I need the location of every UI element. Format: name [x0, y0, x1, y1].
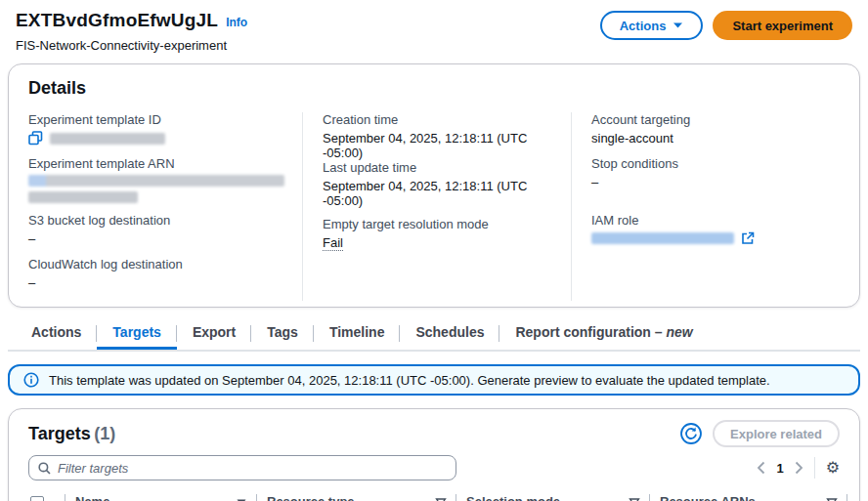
field-label: Experiment template ID [28, 112, 284, 127]
column-header-selection-mode[interactable]: Selection mode [456, 488, 650, 501]
pagination-next-icon[interactable] [795, 461, 803, 475]
page-title: EXTBvdGfmoEfwUgJL [16, 10, 218, 31]
field-creation-time: Creation time September 04, 2025, 12:18:… [323, 112, 553, 160]
redacted-iam-role-link[interactable] [591, 232, 734, 244]
field-value: single-account [591, 131, 822, 146]
filter-targets-input[interactable] [58, 461, 447, 476]
field-account-targeting: Account targeting single-account [591, 112, 822, 156]
tab-tags[interactable]: Tags [251, 317, 314, 350]
field-label: CloudWatch log destination [28, 257, 284, 271]
sort-desc-icon[interactable] [236, 497, 247, 501]
field-value: – [28, 275, 284, 290]
tab-schedules[interactable]: Schedules [400, 317, 499, 350]
select-all-header[interactable] [21, 488, 65, 501]
external-link-icon[interactable] [741, 231, 755, 245]
field-label: Empty target resolution mode [323, 217, 553, 231]
actions-button[interactable]: Actions [600, 11, 704, 40]
template-name-subtitle: FIS-Network-Connectivity-experiment [16, 38, 247, 53]
start-experiment-button[interactable]: Start experiment [713, 11, 852, 40]
field-empty-target-resolution-mode: Empty target resolution mode Fail [323, 217, 553, 261]
empty-target-mode-value[interactable]: Fail [323, 235, 343, 251]
details-heading: Details [28, 78, 840, 99]
fis-experiment-template-page: EXTBvdGfmoEfwUgJL Info FIS-Network-Conne… [0, 0, 868, 501]
new-badge: new [666, 324, 692, 340]
field-value: September 04, 2025, 12:18:11 (UTC -05:00… [323, 131, 553, 160]
table-header-row: Name Resource type Selection mode [21, 488, 847, 501]
field-label: Experiment template ARN [28, 156, 284, 171]
field-value: September 04, 2025, 12:18:11 (UTC -05:00… [323, 179, 553, 208]
redacted-arn-line-1 [28, 175, 284, 187]
tab-bar: Actions Targets Export Tags Timeline Sch… [8, 317, 860, 352]
targets-title: Targets [28, 424, 91, 443]
field-cloudwatch-log-destination: CloudWatch log destination – [28, 257, 284, 301]
field-value: – [28, 231, 284, 246]
targets-table: Name Resource type Selection mode [21, 488, 847, 501]
redacted-arn-line-2 [28, 191, 138, 203]
field-s3-log-destination: S3 bucket log destination – [28, 213, 284, 257]
redacted-template-id [50, 133, 165, 145]
copy-icon[interactable] [28, 131, 43, 146]
field-label: S3 bucket log destination [28, 213, 284, 228]
filter-targets-searchbox[interactable] [28, 455, 456, 480]
column-header-resource-type[interactable]: Resource type [257, 488, 456, 501]
page-header: EXTBvdGfmoEfwUgJL Info FIS-Network-Conne… [0, 0, 868, 57]
field-label: Creation time [323, 112, 553, 127]
targets-count: (1) [94, 424, 115, 443]
details-column-1: Experiment template ID Experiment templa… [28, 112, 302, 301]
page-header-titles: EXTBvdGfmoEfwUgJL Info FIS-Network-Conne… [16, 10, 247, 53]
targets-panel: Targets (1) Explore related [8, 408, 860, 501]
pagination-prev-icon[interactable] [757, 461, 765, 475]
details-panel: Details Experiment template ID [8, 63, 860, 308]
column-header-name[interactable]: Name [65, 488, 257, 501]
tab-report-configuration[interactable]: Report configuration – new [499, 317, 708, 350]
info-link[interactable]: Info [226, 16, 247, 29]
banner-text: This template was updated on September 0… [49, 373, 770, 388]
targets-heading: Targets (1) [28, 424, 115, 444]
caret-down-icon [673, 21, 683, 29]
details-column-2: Creation time September 04, 2025, 12:18:… [302, 112, 571, 301]
tab-export[interactable]: Export [177, 317, 251, 350]
refresh-button[interactable] [679, 422, 703, 445]
explore-related-button[interactable]: Explore related [713, 420, 840, 447]
tab-targets[interactable]: Targets [97, 317, 177, 350]
refresh-icon [679, 422, 703, 445]
details-column-3: Account targeting single-account Stop co… [571, 112, 840, 301]
pagination-page-1[interactable]: 1 [776, 461, 783, 476]
sort-icon[interactable] [826, 497, 838, 501]
search-icon [38, 462, 51, 475]
field-value: – [591, 175, 822, 189]
pagination-divider [814, 457, 815, 479]
field-label: Account targeting [591, 112, 822, 127]
field-label: Stop conditions [591, 156, 822, 171]
field-iam-role: IAM role [591, 213, 822, 257]
field-experiment-template-arn: Experiment template ARN [28, 156, 284, 213]
tab-actions[interactable]: Actions [16, 317, 97, 350]
sort-icon[interactable] [629, 497, 640, 501]
tab-timeline[interactable]: Timeline [314, 317, 401, 350]
table-pagination: 1 ⚙ [757, 457, 840, 479]
field-label: IAM role [591, 213, 822, 228]
gear-icon[interactable]: ⚙ [826, 460, 840, 476]
template-updated-banner: This template was updated on September 0… [8, 364, 860, 396]
column-header-resource-arns[interactable]: Resource ARNs [650, 488, 847, 501]
actions-button-label: Actions [620, 19, 667, 33]
field-last-update-time: Last update time September 04, 2025, 12:… [323, 160, 553, 217]
select-all-checkbox[interactable] [30, 496, 44, 501]
info-icon [23, 372, 39, 388]
field-experiment-template-id: Experiment template ID [28, 112, 284, 156]
field-label: Last update time [323, 160, 553, 175]
sort-icon[interactable] [435, 497, 447, 501]
field-stop-conditions: Stop conditions – [591, 156, 822, 213]
